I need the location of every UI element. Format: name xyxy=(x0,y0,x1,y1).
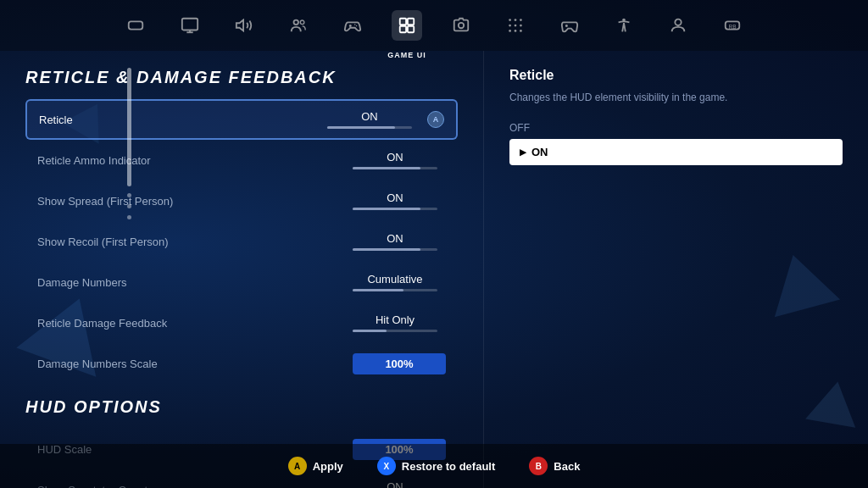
setting-value-damage-numbers: Cumulative xyxy=(367,273,422,286)
nav-social-icon[interactable] xyxy=(283,10,314,41)
setting-row-ammo[interactable]: Reticle Ammo Indicator ON xyxy=(25,140,458,180)
dropdown-option-on[interactable]: ▶ ON xyxy=(509,139,843,165)
setting-bar-ammo xyxy=(353,167,437,169)
svg-point-28 xyxy=(675,19,681,25)
setting-name-spread: Show Spread (First Person) xyxy=(37,195,344,208)
a-badge: A xyxy=(427,111,444,128)
nav-account[interactable] xyxy=(663,10,693,41)
svg-rect-0 xyxy=(129,21,143,29)
nav-rb[interactable]: RB xyxy=(717,10,748,41)
nav-accessibility[interactable] xyxy=(609,10,639,41)
nav-hud-icon[interactable] xyxy=(500,10,531,41)
detail-title: Reticle xyxy=(509,68,843,83)
left-panel: RETICLE & DAMAGE FEEDBACK Reticle ON A R… xyxy=(0,51,483,488)
setting-value-spread: ON xyxy=(387,191,403,204)
nav-controller[interactable] xyxy=(337,10,368,41)
action-restore[interactable]: X Restore to default xyxy=(377,457,496,475)
svg-point-17 xyxy=(515,19,517,21)
svg-point-23 xyxy=(515,30,517,32)
svg-point-16 xyxy=(509,19,511,21)
scroll-dot-1 xyxy=(127,193,131,197)
setting-row-spread[interactable]: Show Spread (First Person) ON xyxy=(25,180,458,221)
setting-row-reticle[interactable]: Reticle ON A xyxy=(25,99,458,140)
setting-row-reticle-feedback[interactable]: Reticle Damage Feedback Hit Only xyxy=(25,302,458,343)
setting-value-damage-scale: 100% xyxy=(353,353,446,374)
setting-bar-fill-recoil xyxy=(353,248,420,251)
setting-value-reticle: ON xyxy=(361,110,378,123)
back-label: Back xyxy=(554,460,580,473)
nav-capture-icon[interactable] xyxy=(446,10,476,41)
setting-row-damage-scale[interactable]: Damage Numbers Scale 100% xyxy=(25,343,458,384)
setting-value-recoil: ON xyxy=(387,232,403,245)
dropdown-option-off[interactable]: OFF xyxy=(509,122,843,134)
nav-game-ui[interactable]: GAME UI xyxy=(392,10,422,41)
setting-name-damage-scale: Damage Numbers Scale xyxy=(37,358,353,370)
setting-value-block-ammo: ON xyxy=(344,151,446,169)
nav-account-icon[interactable] xyxy=(663,10,693,41)
action-apply[interactable]: A Apply xyxy=(288,457,343,475)
svg-point-10 xyxy=(356,25,357,26)
detail-desc: Changes the HUD element visibility in th… xyxy=(509,90,843,105)
bottom-bar: A Apply X Restore to default B Back xyxy=(0,444,868,488)
action-back[interactable]: B Back xyxy=(529,457,580,475)
nav-audio-icon[interactable] xyxy=(229,10,259,41)
section-heading-reticle: RETICLE & DAMAGE FEEDBACK xyxy=(25,68,458,87)
svg-point-5 xyxy=(294,20,299,25)
svg-point-21 xyxy=(520,25,522,27)
svg-point-15 xyxy=(459,23,464,28)
scroll-indicator xyxy=(125,68,132,441)
settings-list-reticle: Reticle ON A Reticle Ammo Indicator ON xyxy=(25,99,458,384)
svg-point-19 xyxy=(509,25,511,27)
svg-marker-4 xyxy=(236,20,243,31)
svg-rect-11 xyxy=(400,19,406,25)
svg-rect-1 xyxy=(182,19,198,30)
apply-badge: A xyxy=(288,457,307,475)
setting-bar-recoil xyxy=(353,248,437,251)
svg-point-20 xyxy=(515,25,517,27)
setting-row-damage-numbers[interactable]: Damage Numbers Cumulative xyxy=(25,262,458,302)
setting-name-ammo: Reticle Ammo Indicator xyxy=(37,154,344,167)
nav-hud[interactable] xyxy=(500,10,531,41)
nav-game-ui-icon[interactable] xyxy=(392,10,422,41)
setting-bar-fill-ammo xyxy=(353,167,420,169)
dropdown-arrow: ▶ xyxy=(520,147,526,157)
nav-gamepad-icon[interactable] xyxy=(554,10,585,41)
svg-point-24 xyxy=(520,30,522,32)
nav-lb-icon[interactable] xyxy=(120,10,151,41)
setting-value-ammo: ON xyxy=(387,151,403,164)
setting-bar-damage-numbers xyxy=(353,289,437,291)
setting-bar-fill-damage-numbers xyxy=(353,289,403,291)
dropdown-off-label: OFF xyxy=(509,122,843,134)
nav-gamepad[interactable] xyxy=(554,10,585,41)
nav-capture[interactable] xyxy=(446,10,476,41)
back-badge: B xyxy=(529,457,548,475)
apply-label: Apply xyxy=(313,460,343,473)
svg-rect-14 xyxy=(408,26,414,32)
restore-badge: X xyxy=(377,457,396,475)
setting-bar-spread xyxy=(353,208,437,210)
section-heading-hud: HUD OPTIONS xyxy=(25,397,458,417)
svg-rect-13 xyxy=(400,26,406,32)
setting-value-reticle-feedback: Hit Only xyxy=(376,313,415,326)
svg-point-22 xyxy=(509,30,511,32)
setting-value-block-damage-numbers: Cumulative xyxy=(344,273,446,291)
nav-display[interactable] xyxy=(175,10,205,41)
nav-accessibility-icon[interactable] xyxy=(609,10,639,41)
section-gap xyxy=(25,384,458,397)
nav-audio[interactable] xyxy=(229,10,259,41)
svg-rect-12 xyxy=(408,19,414,25)
setting-bar-fill-spread xyxy=(353,208,420,210)
setting-name-damage-numbers: Damage Numbers xyxy=(37,276,344,289)
setting-row-recoil[interactable]: Show Recoil (First Person) ON xyxy=(25,221,458,262)
nav-lb[interactable] xyxy=(120,10,151,41)
setting-bar-reticle xyxy=(327,126,412,129)
nav-controller-icon[interactable] xyxy=(337,10,368,41)
restore-label: Restore to default xyxy=(402,460,496,473)
nav-rb-icon[interactable]: RB xyxy=(717,10,748,41)
svg-point-9 xyxy=(354,24,355,25)
scroll-dot-3 xyxy=(127,215,131,219)
nav-display-icon[interactable] xyxy=(175,10,205,41)
setting-bar-fill-reticle xyxy=(327,126,395,129)
nav-social[interactable] xyxy=(283,10,314,41)
top-nav: GAME UI RB xyxy=(0,0,868,51)
